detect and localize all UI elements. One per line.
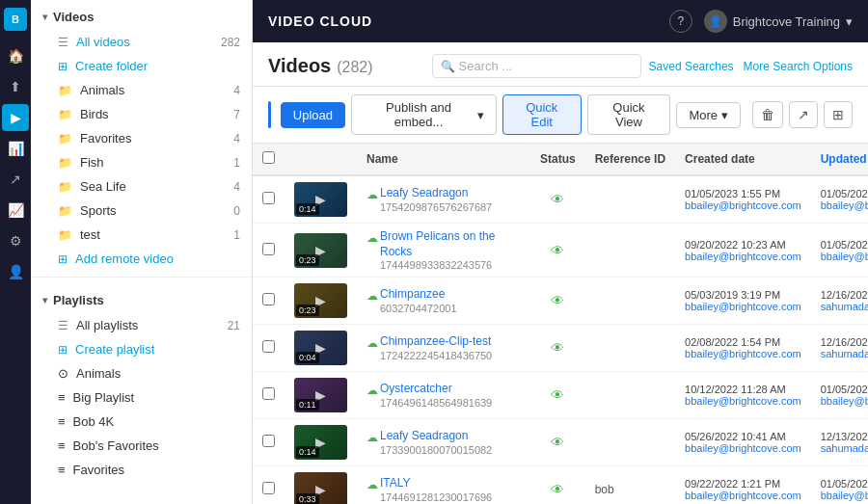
- row-checkbox-cell-6[interactable]: [253, 466, 285, 504]
- sidebar-item-create-playlist[interactable]: ⊞ Create playlist: [31, 337, 252, 361]
- quick-view-button[interactable]: Quick View: [587, 94, 671, 135]
- sidebar-playlist-bobfav[interactable]: ≡ Bob's Favorites: [31, 434, 252, 458]
- nav-settings-icon[interactable]: ⚙: [2, 227, 29, 254]
- fish-folder-icon: 📁: [58, 156, 72, 170]
- row-ref-cell-1: [585, 224, 675, 278]
- sidebar-item-all-playlists[interactable]: ☰ All playlists 21: [31, 313, 252, 337]
- row-thumbnail-1: ▶ 0:23: [294, 233, 347, 268]
- upload-button[interactable]: Upload: [281, 102, 345, 128]
- nav-home-icon[interactable]: 🏠: [2, 42, 29, 69]
- header-name[interactable]: Name: [357, 144, 530, 175]
- publish-embed-button[interactable]: Publish and embed... ▾: [351, 94, 497, 135]
- user-name: Brightcove Training: [733, 14, 840, 29]
- videos-section-header[interactable]: ▾ Videos: [31, 0, 252, 30]
- nav-upload-icon[interactable]: ⬆: [2, 73, 29, 100]
- sidebar-item-add-remote[interactable]: ⊞ Add remote video: [31, 247, 252, 271]
- trash-button[interactable]: 🗑: [752, 101, 783, 128]
- playlists-section-header[interactable]: ▾ Playlists: [31, 283, 252, 313]
- row-video-name-6[interactable]: ITALY: [380, 476, 492, 491]
- row-thumbnail-4: ▶ 0:11: [294, 378, 347, 412]
- help-button[interactable]: ?: [669, 10, 692, 33]
- row-video-name-0[interactable]: Leafy Seadragon: [380, 186, 492, 201]
- row-video-id-0: 1754209876576267687: [380, 201, 492, 213]
- sealife-count: 4: [233, 180, 240, 194]
- header-reference-id[interactable]: Reference ID: [585, 144, 675, 175]
- sidebar-item-birds[interactable]: 📁 Birds 7: [31, 102, 252, 126]
- row-thumb-cell-0: ▶ 0:14: [285, 175, 357, 224]
- user-menu[interactable]: 👤 Brightcove Training ▾: [704, 10, 853, 33]
- sidebar-item-all-videos[interactable]: ☰ All videos 282: [31, 30, 252, 54]
- header-thumb: [285, 144, 357, 175]
- sidebar-item-fish[interactable]: 📁 Fish 1: [31, 150, 252, 174]
- brand-logo: B: [4, 8, 27, 31]
- all-videos-count: 282: [221, 36, 240, 49]
- row-checkbox-4[interactable]: [262, 387, 275, 400]
- sidebar-item-sports[interactable]: 📁 Sports 0: [31, 199, 252, 223]
- row-checkbox-5[interactable]: [262, 435, 275, 447]
- row-created-cell-5: 05/26/2022 10:41 AMbbailey@brightcove.co…: [675, 419, 811, 466]
- search-input[interactable]: [459, 59, 633, 73]
- row-status-cell-0: 👁: [530, 175, 585, 224]
- row-video-name-3[interactable]: Chimpanzee-Clip-test: [380, 334, 492, 350]
- row-name-cell-2: ☁ Chimpanzee 6032704472001: [357, 278, 530, 325]
- sidebar-playlist-big[interactable]: ≡ Big Playlist: [31, 385, 252, 410]
- row-checkbox-cell-2[interactable]: [253, 278, 285, 325]
- add-remote-label: Add remote video: [75, 252, 174, 266]
- sidebar-playlist-favorites[interactable]: ≡ Favorites: [31, 458, 252, 482]
- quick-edit-button[interactable]: Quick Edit: [502, 94, 582, 135]
- row-name-block-1: Brown Pelicans on the Rocks 174449893383…: [380, 229, 521, 271]
- grid-view-button[interactable]: ⊞: [824, 101, 853, 128]
- nav-users-icon[interactable]: 👤: [2, 258, 29, 285]
- row-checkbox-cell-0[interactable]: [253, 175, 285, 224]
- sidebar-item-test[interactable]: 📁 test 1: [31, 223, 252, 247]
- thumb-duration-1: 0:23: [296, 254, 319, 266]
- row-checkbox-cell-5[interactable]: [253, 419, 285, 466]
- sports-count: 0: [233, 204, 240, 218]
- nav-chart-icon[interactable]: 📈: [2, 197, 29, 224]
- sidebar-playlist-bob4k[interactable]: ≡ Bob 4K: [31, 410, 252, 434]
- sidebar-playlist-animals[interactable]: ⊙ Animals: [31, 361, 252, 385]
- fish-label: Fish: [80, 155, 104, 170]
- more-button[interactable]: More ▾: [676, 102, 741, 128]
- row-checkbox-cell-3[interactable]: [253, 325, 285, 372]
- row-checkbox-2[interactable]: [262, 293, 275, 305]
- header-created-date[interactable]: Created date: [675, 144, 811, 175]
- row-checkbox-cell-1[interactable]: [253, 224, 285, 278]
- sidebar-item-favorites[interactable]: 📁 Favorites 4: [31, 126, 252, 150]
- thumb-duration-3: 0:04: [296, 352, 319, 363]
- row-checkbox-cell-4[interactable]: [253, 372, 285, 419]
- saved-searches-link[interactable]: Saved Searches: [649, 60, 734, 73]
- nav-analytics-icon[interactable]: 📊: [2, 135, 29, 162]
- create-playlist-label: Create playlist: [75, 342, 154, 357]
- row-name-block-0: Leafy Seadragon 1754209876576267687: [380, 186, 492, 213]
- header-status[interactable]: Status: [530, 144, 585, 175]
- row-video-name-5[interactable]: Leafy Seadragon: [380, 429, 492, 444]
- playlist-animals-icon: ⊙: [58, 366, 68, 381]
- external-link-button[interactable]: ↗: [789, 101, 818, 128]
- select-all-checkbox[interactable]: [262, 151, 275, 164]
- cloud-status-icon-2: ☁: [366, 289, 378, 303]
- row-status-cell-5: 👁: [530, 419, 585, 466]
- row-video-name-2[interactable]: Chimpanzee: [380, 287, 457, 303]
- nav-video-icon[interactable]: ▶: [2, 104, 29, 131]
- header-updated-date[interactable]: Updated date ▼: [811, 144, 868, 175]
- create-playlist-icon: ⊞: [58, 343, 68, 357]
- birds-folder-icon: 📁: [58, 108, 72, 121]
- row-video-name-1[interactable]: Brown Pelicans on the Rocks: [380, 229, 521, 259]
- more-search-link[interactable]: More Search Options: [744, 60, 853, 73]
- row-video-name-4[interactable]: Oystercatcher: [380, 382, 492, 397]
- sidebar-item-animals[interactable]: 📁 Animals 4: [31, 78, 252, 102]
- row-checkbox-3[interactable]: [262, 340, 275, 353]
- sidebar-item-sealife[interactable]: 📁 Sea Life 4: [31, 174, 252, 199]
- row-ref-cell-0: [585, 175, 675, 224]
- test-count: 1: [233, 228, 240, 242]
- row-checkbox-0[interactable]: [262, 192, 275, 204]
- cloud-status-icon-6: ☁: [366, 478, 378, 491]
- row-checkbox-6[interactable]: [262, 482, 275, 494]
- sidebar-item-create-folder[interactable]: ⊞ Create folder: [31, 54, 252, 78]
- row-checkbox-1[interactable]: [262, 243, 275, 255]
- nav-share-icon[interactable]: ↗: [2, 166, 29, 193]
- app-title: VIDEO CLOUD: [268, 13, 372, 29]
- playlist-animals-label: Animals: [76, 366, 121, 381]
- header-checkbox-cell[interactable]: [253, 144, 285, 175]
